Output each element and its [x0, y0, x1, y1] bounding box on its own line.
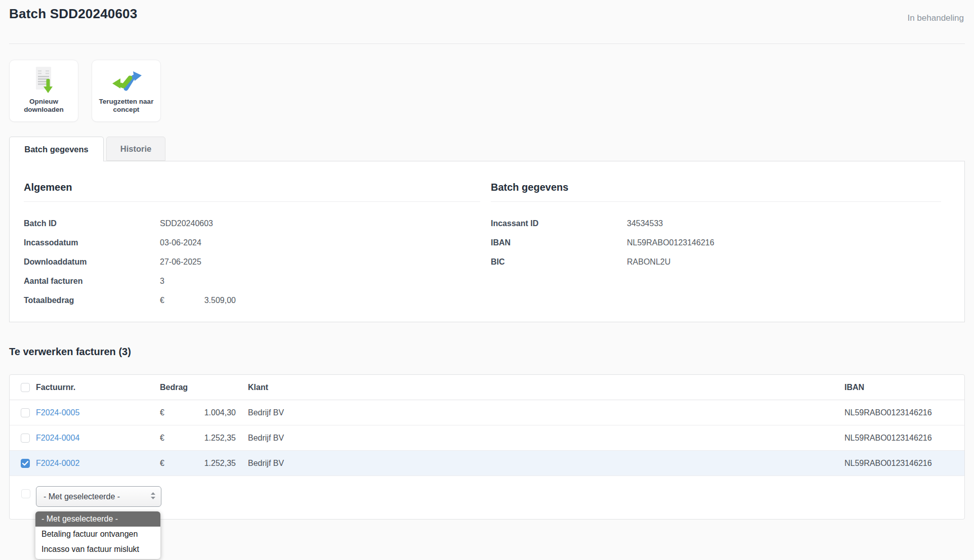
revert-to-draft-label: Terugzetten naar concept	[97, 98, 156, 114]
field-batch-id: Batch ID SDD20240603	[24, 214, 480, 233]
document-download-icon	[28, 64, 60, 97]
invoice-iban: NL59RABO0123146216	[844, 408, 964, 417]
page-title: Batch SDD20240603	[9, 6, 137, 22]
select-stepper-icon	[150, 492, 156, 502]
field-incassant-id: Incassant ID 34534533	[491, 214, 941, 233]
invoice-client: Bedrijf BV	[248, 408, 844, 417]
bulk-action-select[interactable]: - Met geselecteerde -	[36, 486, 161, 507]
invoice-link[interactable]: F2024-0004	[36, 434, 79, 442]
header-divider	[9, 44, 965, 44]
invoice-link[interactable]: F2024-0002	[36, 459, 79, 467]
footer-checkbox[interactable]	[21, 489, 30, 498]
section-divider	[491, 201, 941, 202]
tab-historie[interactable]: Historie	[106, 137, 165, 161]
bulk-action-option[interactable]: Incasso van factuur mislukt	[35, 542, 160, 557]
invoice-amount: 1.252,35	[204, 459, 236, 468]
tab-batch-gegevens[interactable]: Batch gegevens	[9, 137, 104, 161]
bulk-action-option-selected[interactable]: - Met geselecteerde -	[35, 511, 160, 527]
field-iban: IBAN NL59RABO0123146216	[491, 233, 941, 252]
column-header-iban: IBAN	[844, 383, 964, 392]
invoices-heading: Te verwerken facturen (3)	[9, 346, 131, 358]
invoice-row: F2024-0005 € 1.004,30 Bedrijf BV NL59RAB…	[10, 400, 964, 425]
invoice-link[interactable]: F2024-0005	[36, 408, 79, 417]
bulk-action-menu: - Met geselecteerde - Betaling factuur o…	[35, 511, 160, 559]
table-header-row: Factuurnr. Bedrag Klant IBAN	[10, 375, 964, 400]
invoice-amount: 1.004,30	[204, 408, 236, 417]
invoice-client: Bedrijf BV	[248, 459, 844, 468]
swap-arrows-icon	[110, 64, 143, 97]
invoice-row: F2024-0004 € 1.252,35 Bedrijf BV NL59RAB…	[10, 425, 964, 451]
status-badge: In behandeling	[907, 13, 964, 23]
currency-symbol: €	[160, 459, 164, 468]
invoices-table: Factuurnr. Bedrag Klant IBAN F2024-0005 …	[9, 374, 965, 520]
check-icon	[22, 461, 28, 466]
redownload-label: Opnieuw downloaden	[14, 98, 74, 114]
batch-data-heading: Batch gegevens	[491, 181, 941, 194]
general-heading: Algemeen	[24, 181, 480, 194]
currency-symbol: €	[160, 296, 164, 305]
invoice-row-selected: F2024-0002 € 1.252,35 Bedrijf BV NL59RAB…	[10, 451, 964, 476]
batch-data-section: Batch gegevens Incassant ID 34534533 IBA…	[491, 181, 941, 272]
column-header-factuurnr: Factuurnr.	[36, 383, 160, 392]
field-bic: BIC RABONL2U	[491, 252, 941, 272]
invoice-iban: NL59RABO0123146216	[844, 459, 964, 468]
invoice-iban: NL59RABO0123146216	[844, 434, 964, 443]
field-downloaddatum: Downloaddatum 27-06-2025	[24, 252, 480, 272]
bulk-action-value: - Met geselecteerde -	[44, 492, 120, 501]
row-checkbox[interactable]	[21, 408, 30, 417]
field-aantal-facturen: Aantal facturen 3	[24, 272, 480, 291]
section-divider	[24, 201, 480, 202]
row-checkbox-checked[interactable]	[21, 459, 30, 468]
revert-to-draft-button[interactable]: Terugzetten naar concept	[92, 60, 161, 122]
invoice-client: Bedrijf BV	[248, 434, 844, 443]
invoice-amount: 1.252,35	[204, 434, 236, 443]
select-all-checkbox[interactable]	[21, 383, 30, 392]
currency-symbol: €	[160, 434, 164, 443]
row-checkbox[interactable]	[21, 434, 30, 443]
field-incassodatum: Incassodatum 03-06-2024	[24, 233, 480, 252]
total-amount: 3.509,00	[204, 296, 236, 305]
field-totaalbedrag: Totaalbedrag € 3.509,00	[24, 291, 480, 310]
currency-symbol: €	[160, 408, 164, 417]
batch-details-panel: Algemeen Batch ID SDD20240603 Incassodat…	[9, 161, 965, 322]
column-header-bedrag: Bedrag	[160, 383, 248, 392]
general-section: Algemeen Batch ID SDD20240603 Incassodat…	[24, 181, 480, 310]
bulk-action-option[interactable]: Betaling factuur ontvangen	[35, 527, 160, 542]
redownload-button[interactable]: Opnieuw downloaden	[9, 60, 78, 122]
action-buttons: Opnieuw downloaden Terugzetten naar conc…	[9, 60, 161, 122]
tab-bar: Batch gegevens Historie	[9, 137, 165, 161]
column-header-klant: Klant	[248, 383, 844, 392]
batch-detail-page: Batch SDD20240603 In behandeling	[0, 0, 974, 560]
